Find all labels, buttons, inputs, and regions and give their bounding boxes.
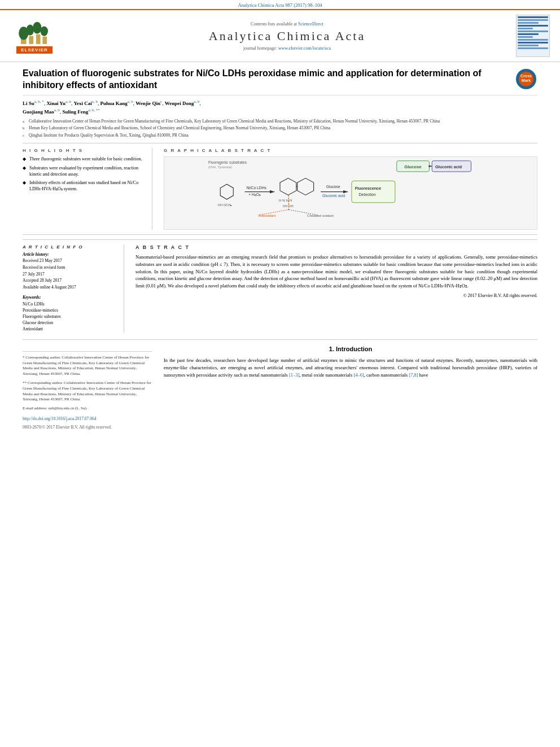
ref-4-6[interactable]: [4–6]	[353, 372, 364, 378]
svg-text:Ni/Co LDHs: Ni/Co LDHs	[246, 185, 266, 189]
journal-citation: Analytica Chimica Acta 987 (2017) 98–104	[238, 2, 322, 8]
journal-top-bar: Analytica Chimica Acta 987 (2017) 98–104	[0, 0, 560, 9]
highlights-heading: H I G H L I G H T S	[23, 148, 145, 153]
author-puhua-kang: Puhua Kang	[100, 101, 127, 106]
intro-left: * Corresponding author. Collaborative In…	[23, 346, 152, 430]
affiliations: a Collaborative Innovation Center of Hen…	[23, 119, 537, 139]
journal-header: ELSEVIER Contents lists available at Sci…	[0, 9, 560, 62]
svg-rect-7	[42, 37, 47, 44]
footnote-1: * Corresponding author. Collaborative In…	[23, 355, 152, 377]
graphical-abstract-svg: Fluorogenic substrates (HVA, Tyramine) O…	[164, 158, 537, 229]
author-wenjie-qin: Wenjie Qin	[135, 101, 160, 106]
highlights-column: H I G H L I G H T S ◆ Three fluorogenic …	[23, 148, 152, 230]
crossmark-icon: Cross Mark	[516, 69, 536, 89]
highlight-item-1: ◆ Three fluorogenic substrates were suit…	[23, 156, 145, 163]
svg-point-2	[27, 25, 34, 36]
footnote-1-text: Corresponding author. Collaborative Inno…	[23, 355, 149, 376]
intro-heading: 1. Introduction	[164, 346, 537, 352]
article-history: Article history: Received 23 May 2017 Re…	[23, 252, 118, 290]
footnote-email: E-mail address: suli@htu.edu.cn (L. Su).	[23, 406, 152, 412]
ref-1-3[interactable]: [1–3]	[289, 372, 299, 378]
doi-link[interactable]: http://dx.doi.org/10.1016/j.aca.2017.07.…	[23, 416, 96, 421]
science-direct-link[interactable]: ScienceDirect	[298, 21, 323, 27]
svg-text:Cross: Cross	[520, 74, 532, 78]
svg-rect-5	[29, 36, 33, 44]
article-title-section: Evaluation of fluorogenic substrates for…	[23, 68, 537, 95]
article-info-heading: A R T I C L E I N F O	[23, 244, 118, 250]
svg-point-4	[41, 26, 48, 36]
footnotes: * Corresponding author. Collaborative In…	[23, 351, 152, 430]
article-info-abstract-section: A R T I C L E I N F O Article history: R…	[23, 239, 537, 333]
footnote-2: ** Corresponding author. Collaborative I…	[23, 381, 152, 403]
svg-point-3	[33, 22, 41, 34]
svg-text:H  N  N  H: H N N H	[279, 198, 292, 202]
article-title: Evaluation of fluorogenic substrates for…	[23, 68, 515, 91]
svg-text:(HVA, Tyramine): (HVA, Tyramine)	[208, 165, 232, 169]
author-suling-feng: Suling Feng	[62, 109, 88, 115]
author-guojiang-mao: Guojiang Mao	[23, 109, 54, 115]
elsevier-logo: ELSEVIER	[16, 18, 53, 54]
article-content: Evaluation of fluorogenic substrates for…	[0, 62, 560, 436]
ref-7-8[interactable]: [7,8]	[409, 372, 418, 378]
svg-text:+ H₂O₂: + H₂O₂	[248, 193, 261, 196]
keywords-label: Keywords:	[23, 295, 118, 300]
abstract-column: A B S T R A C T Nanomaterial-based perox…	[135, 244, 537, 333]
keyword-4: Glucose detection	[23, 320, 118, 325]
received-revised-label: Received in revised form	[23, 265, 118, 270]
highlights-list: ◆ Three fluorogenic substrates were suit…	[23, 156, 145, 193]
issn-line: 0003-2670/© 2017 Elsevier B.V. All right…	[23, 425, 152, 431]
elsevier-tree-icon	[18, 18, 51, 45]
authors-line: Li Sua, b, *, Xinai Yua, b, Yexi Caia, b…	[23, 99, 537, 116]
journal-header-center: Contents lists available at ScienceDirec…	[65, 15, 509, 57]
abstract-copyright: © 2017 Elsevier B.V. All rights reserved…	[135, 293, 537, 298]
affiliation-c: c Qinghai Institute for Products Quality…	[23, 133, 537, 139]
author-xinai-yu: Xinai Yu	[46, 101, 65, 106]
keyword-1: Ni/Co LDHs	[23, 302, 118, 307]
graphical-abstract-column: G R A P H I C A L A B S T R A C T Fluoro…	[164, 148, 537, 230]
article-info-column: A R T I C L E I N F O Article history: R…	[23, 244, 124, 333]
page: Analytica Chimica Acta 987 (2017) 98–104…	[0, 0, 560, 747]
author-wenpei-dong: Wenpei Dong	[165, 101, 194, 106]
keywords-section: Keywords: Ni/Co LDHs Peroxidase-mimetics…	[23, 295, 118, 331]
svg-marker-18	[280, 178, 296, 195]
svg-text:Chelated oxidant: Chelated oxidant	[307, 213, 334, 217]
received-date: Received 23 May 2017	[23, 258, 118, 264]
available-date: Available online 4 August 2017	[23, 285, 118, 290]
highlight-item-2: ◆ Substrates were evaluated by experimen…	[23, 165, 145, 178]
journal-thumbnail	[516, 15, 550, 57]
received-revised-date: 27 July 2017	[23, 272, 118, 277]
keyword-3: Fluorogenic substrates	[23, 314, 118, 319]
affiliation-b: b Henan Key Laboratory of Green Chemical…	[23, 125, 537, 132]
svg-text:Detection: Detection	[358, 192, 375, 197]
svg-text:Glucose: Glucose	[404, 164, 422, 169]
keyword-2: Peroxidase-mimetics	[23, 308, 118, 313]
highlight-item-3: ◆ Inhibitory effects of antioxidant was …	[23, 180, 145, 193]
affiliation-a: a Collaborative Innovation Center of Hen…	[23, 119, 537, 125]
abstract-text: Nanomaterial-based peroxidase-mimetics a…	[135, 254, 537, 290]
intro-text: In the past few decades, researchers hav…	[164, 357, 537, 379]
accepted-date: Accepted 28 July 2017	[23, 278, 118, 283]
journal-thumbnail-section	[514, 15, 551, 57]
graphical-abstract-image: Fluorogenic substrates (HVA, Tyramine) O…	[164, 156, 537, 230]
author-li-su: Li Su	[23, 101, 34, 106]
journal-homepage-link[interactable]: www.elsevier.com/locate/aca	[278, 46, 331, 51]
svg-marker-13	[220, 184, 233, 199]
journal-homepage: journal homepage: www.elsevier.com/locat…	[243, 46, 331, 51]
svg-marker-19	[298, 178, 314, 195]
section-divider	[23, 339, 537, 340]
intro-right: 1. Introduction In the past few decades,…	[164, 346, 537, 430]
footnote-email-text: E-mail address: suli@htu.edu.cn (L. Su).	[23, 406, 88, 410]
author-yexi-cai: Yexi Cai	[74, 101, 92, 106]
history-label: Article history:	[23, 252, 118, 257]
svg-text:Antioxidant: Antioxidant	[259, 213, 276, 217]
journal-name: Analytica Chimica Acta	[209, 29, 365, 43]
science-direct-info: Contents lists available at ScienceDirec…	[251, 21, 323, 27]
svg-text:Glucose: Glucose	[326, 184, 340, 188]
footnote-2-text: Corresponding author. Collaborative Inno…	[23, 381, 151, 401]
thumbnail-lines	[518, 16, 548, 50]
keyword-5: Antioxidant	[23, 326, 118, 331]
svg-text:Gluconic acid: Gluconic acid	[322, 194, 345, 198]
crossmark-badge[interactable]: Cross Mark	[515, 68, 537, 90]
highlight-text-1: Three fluorogenic substrates were suitab…	[29, 156, 142, 163]
introduction-section: * Corresponding author. Collaborative In…	[23, 346, 537, 430]
